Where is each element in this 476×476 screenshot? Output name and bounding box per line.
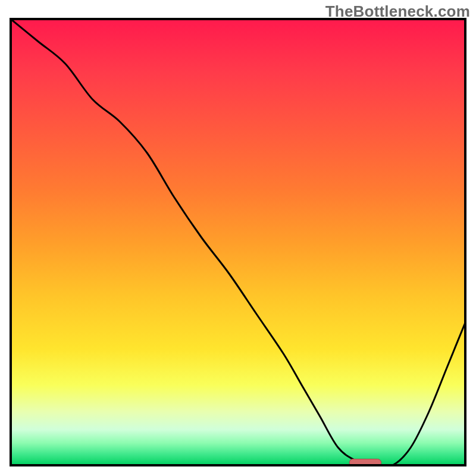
chart-stage: TheBottleneck.com bbox=[0, 0, 476, 476]
plot-area bbox=[11, 19, 465, 467]
chart-svg bbox=[0, 0, 476, 476]
watermark-text: TheBottleneck.com bbox=[325, 2, 470, 21]
gradient-background bbox=[11, 19, 465, 465]
